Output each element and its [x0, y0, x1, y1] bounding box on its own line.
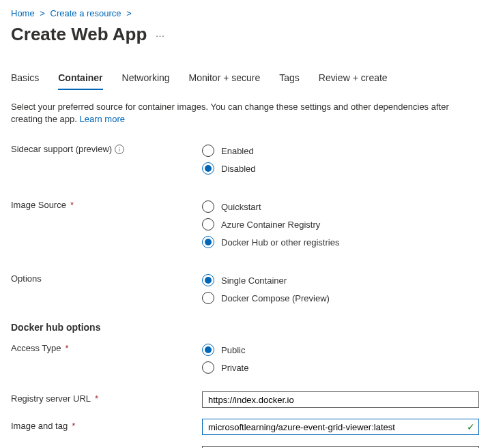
radio-label: Quickstart	[221, 202, 261, 212]
radio-label: Docker Compose (Preview)	[221, 293, 330, 303]
breadcrumb: Home > Create a resource >	[11, 8, 479, 18]
docker-hub-options-header: Docker hub options	[11, 322, 479, 333]
tab-review-create[interactable]: Review + create	[319, 70, 388, 90]
page-title: Create Web App	[11, 24, 147, 45]
description-text: Select your preferred source for contain…	[11, 102, 449, 124]
required-icon: *	[95, 393, 98, 404]
required-icon: *	[70, 200, 74, 210]
chevron-right-icon: >	[126, 8, 132, 18]
breadcrumb-create-resource[interactable]: Create a resource	[51, 8, 121, 18]
required-icon: *	[72, 421, 75, 431]
tab-tags[interactable]: Tags	[279, 70, 300, 90]
radio-sidecar-disabled[interactable]: Disabled	[202, 160, 479, 177]
radio-icon	[202, 218, 214, 230]
label-image-tag: Image and tag	[11, 421, 68, 431]
radio-options-single[interactable]: Single Container	[202, 271, 479, 289]
radio-sidecar-enabled[interactable]: Enabled	[202, 142, 479, 160]
required-icon: *	[65, 343, 68, 353]
radio-label: Public	[221, 345, 245, 355]
tab-description: Select your preferred source for contain…	[11, 101, 479, 125]
info-icon[interactable]: i	[115, 145, 124, 154]
chevron-right-icon: >	[40, 8, 45, 18]
radio-icon	[202, 236, 214, 248]
label-image-source: Image Source	[11, 200, 66, 210]
radio-image-quickstart[interactable]: Quickstart	[202, 198, 479, 215]
label-registry-url: Registry server URL	[11, 393, 91, 404]
radio-icon	[202, 145, 214, 157]
learn-more-link[interactable]: Learn more	[79, 114, 124, 124]
radio-icon	[202, 292, 214, 304]
tab-container[interactable]: Container	[58, 70, 102, 90]
radio-label: Private	[221, 363, 248, 373]
tabs: Basics Container Networking Monitor + se…	[11, 70, 479, 90]
radio-image-acr[interactable]: Azure Container Registry	[202, 215, 479, 233]
image-tag-input[interactable]	[202, 419, 479, 435]
label-options: Options	[11, 273, 42, 284]
radio-icon	[202, 274, 214, 286]
radio-access-public[interactable]: Public	[202, 341, 479, 359]
radio-icon	[202, 344, 214, 356]
radio-label: Docker Hub or other registries	[221, 237, 339, 248]
radio-label: Enabled	[221, 146, 254, 156]
checkmark-icon: ✓	[467, 421, 475, 432]
label-access-type: Access Type	[11, 343, 61, 353]
radio-icon	[202, 200, 214, 213]
radio-icon	[202, 361, 214, 374]
more-icon[interactable]: …	[155, 28, 165, 39]
radio-label: Single Container	[221, 275, 287, 286]
tab-networking[interactable]: Networking	[122, 70, 170, 90]
radio-icon	[202, 162, 214, 175]
breadcrumb-home[interactable]: Home	[11, 8, 35, 18]
radio-label: Disabled	[221, 164, 256, 174]
label-sidecar: Sidecar support (preview)	[11, 144, 112, 154]
radio-label: Azure Container Registry	[221, 220, 320, 230]
registry-url-input[interactable]	[202, 391, 479, 408]
tab-monitor-secure[interactable]: Monitor + secure	[189, 70, 261, 90]
radio-image-docker[interactable]: Docker Hub or other registries	[202, 233, 479, 251]
radio-options-compose[interactable]: Docker Compose (Preview)	[202, 289, 479, 307]
radio-access-private[interactable]: Private	[202, 359, 479, 376]
tab-basics[interactable]: Basics	[11, 70, 39, 90]
